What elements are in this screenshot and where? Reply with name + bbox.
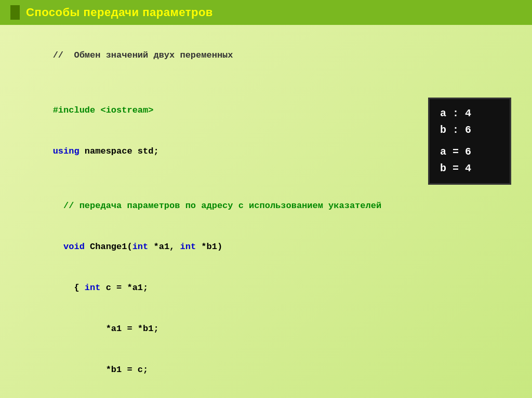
output-line1: a : 4: [440, 105, 499, 122]
body3-text: *b1 = c;: [53, 365, 149, 375]
body1-open: {: [53, 283, 85, 293]
void-keyword: void: [63, 242, 85, 252]
code-line-body1: { int c = *a1;: [10, 268, 516, 309]
comment-text1: Обмен значений двух переменных: [63, 50, 233, 60]
output-line2: b : 6: [440, 122, 499, 139]
func-name: Change1(: [85, 242, 132, 252]
code-line-body3: *b1 = c;: [10, 350, 516, 391]
code-line-close-func: }: [10, 391, 516, 398]
func-param2: *b1): [196, 242, 222, 252]
slide-title: Способы передачи параметров: [26, 6, 213, 19]
code-block: // Обмен значений двух переменных #inclu…: [10, 35, 516, 398]
code-line-body2: *a1 = *b1;: [10, 309, 516, 350]
title-bar: Способы передачи параметров: [0, 0, 532, 25]
func-text: [53, 242, 63, 252]
title-accent: [10, 5, 20, 20]
int-kw1: int: [132, 242, 149, 252]
output-line3: a = 6: [440, 144, 499, 160]
body2-text: *a1 = *b1;: [53, 324, 159, 334]
comment-slash: //: [53, 50, 63, 60]
output-line4: b = 4: [440, 160, 499, 177]
slide-container: Способы передачи параметров // Обмен зна…: [0, 0, 532, 398]
using-keyword: using: [53, 146, 79, 156]
func-param1: *a1,: [148, 242, 180, 252]
output-box: a : 4 b : 6 a = 6 b = 4: [428, 98, 511, 185]
include-directive: #include <iostream>: [53, 105, 154, 115]
using-rest: namespace std;: [79, 146, 159, 156]
code-line-func: void Change1(int *a1, int *b1): [10, 227, 516, 268]
output-gap: [440, 139, 499, 144]
code-line-comment1: // Обмен значений двух переменных: [10, 35, 516, 76]
int-kw2: int: [180, 242, 196, 252]
body1-rest: c = *a1;: [100, 283, 148, 293]
content-area: // Обмен значений двух переменных #inclu…: [0, 25, 532, 398]
int-kw3: int: [85, 283, 101, 293]
code-line-comment2: // передача параметров по адресу с испол…: [10, 186, 516, 227]
code-line-blank0: [10, 76, 516, 90]
comment2-text: // передача параметров по адресу с испол…: [53, 201, 382, 211]
